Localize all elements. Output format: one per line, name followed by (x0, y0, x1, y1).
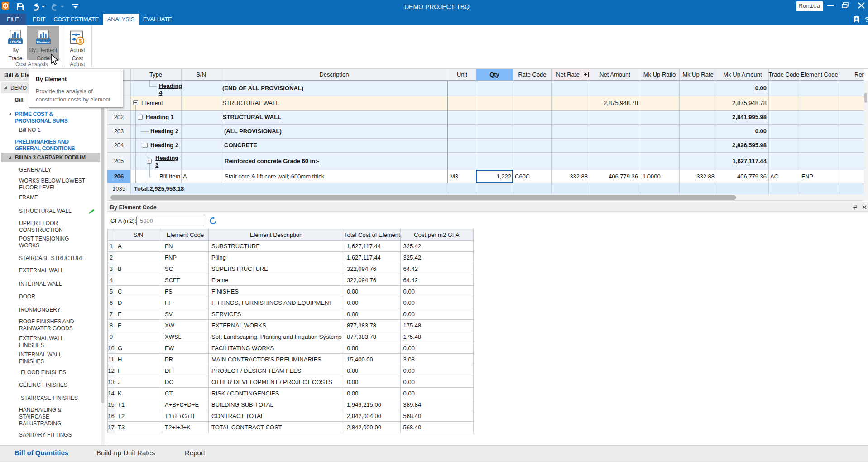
svg-text:$: $ (79, 38, 82, 43)
svg-text:Element: Element (36, 40, 50, 44)
svg-text:Trade: Trade (10, 40, 21, 44)
